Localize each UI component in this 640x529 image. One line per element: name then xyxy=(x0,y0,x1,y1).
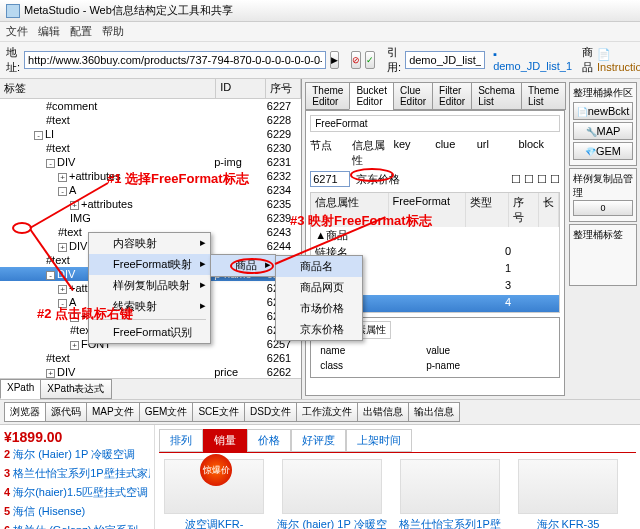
tree-row[interactable]: #text6261 xyxy=(0,351,301,365)
bottom-tabs: XPath XPath表达式 xyxy=(0,378,301,399)
right-pane: Theme Editor Bucket Editor Clue Editor F… xyxy=(302,79,640,399)
browser-main: 排列 销量 价格 好评度 上架时间 惊爆价波空调KFR-32GW/dLC7-13… xyxy=(155,425,640,529)
tree-row[interactable]: ++attributes6235 xyxy=(0,197,301,211)
map-button[interactable]: 🔧MAP xyxy=(573,122,633,140)
ranking-item[interactable]: 2海尔 (Haier) 1P 冷暖空调 xyxy=(4,445,150,464)
app-icon xyxy=(6,4,20,18)
sort-newest[interactable]: 上架时间 xyxy=(346,429,412,452)
refresh-button[interactable]: ✓ xyxy=(365,51,375,69)
ftab-output[interactable]: 输出信息 xyxy=(408,402,460,422)
browser-preview: ¥1899.00 2海尔 (Haier) 1P 冷暖空调3格兰仕怡宝系列1P壁挂… xyxy=(0,425,640,529)
ftab-gem[interactable]: GEM文件 xyxy=(139,402,194,422)
sample-button[interactable]: 0 xyxy=(573,200,633,216)
address-bar: 地址: ▶ ⊘ ✓ 引用: ▪ demo_JD_list_1 商品 📄 Inst… xyxy=(0,42,640,79)
context-menu: 内容映射 FreeFormat映射 商品 商品名 商品网页 市场价格 京东价格 … xyxy=(88,232,211,344)
ctx-freeformat-map[interactable]: FreeFormat映射 商品 商品名 商品网页 市场价格 京东价格 xyxy=(89,254,210,275)
featured-price: ¥1899.00 xyxy=(4,429,150,445)
new-bucket-button[interactable]: 📄newBckt xyxy=(573,102,633,120)
tree-row[interactable]: #text6228 xyxy=(0,113,301,127)
sort-tabs: 排列 销量 价格 好评度 上架时间 xyxy=(159,429,636,453)
ctx-content-map[interactable]: 内容映射 xyxy=(89,233,210,254)
tree-row[interactable]: ++attributes6232 xyxy=(0,169,301,183)
tree-row[interactable]: #text6230 xyxy=(0,141,301,155)
tree-row[interactable]: IMG6239 xyxy=(0,211,301,225)
browser-sidebar: ¥1899.00 2海尔 (Haier) 1P 冷暖空调3格兰仕怡宝系列1P壁挂… xyxy=(0,425,155,529)
sub-goods[interactable]: 商品 商品名 商品网页 市场价格 京东价格 xyxy=(211,255,275,276)
ctx-clue-map[interactable]: 线索映射 xyxy=(89,296,210,317)
tree-header: 标签 ID 序号 xyxy=(0,79,301,99)
address-input[interactable] xyxy=(24,51,326,69)
ftab-browser[interactable]: 浏览器 xyxy=(4,402,46,422)
ranking-item[interactable]: 6格兰仕 (Galanz) 怡宝系列 xyxy=(4,521,150,529)
tab-xpath[interactable]: XPath xyxy=(0,379,41,399)
menu-file[interactable]: 文件 xyxy=(6,24,28,39)
go-button[interactable]: ▶ xyxy=(330,51,339,69)
gem-button[interactable]: 💎GEM xyxy=(573,142,633,160)
stop-button[interactable]: ⊘ xyxy=(351,51,361,69)
product-card[interactable]: 海尔 KFR-35 xyxy=(513,459,623,529)
menu-config[interactable]: 配置 xyxy=(70,24,92,39)
side-panel: 整理桶操作区 📄newBckt 🔧MAP 💎GEM 样例复制品管理 0 整理桶标… xyxy=(565,82,637,396)
product-card[interactable]: 海尔 (haier) 1P 冷暖空调 KFR-23GW/03GCC12 白色送1… xyxy=(277,459,387,529)
sort-price[interactable]: 价格 xyxy=(247,429,291,452)
ref-label: 引用: xyxy=(387,45,401,75)
ff-header: 节点信息属性keyclueurlblock xyxy=(310,136,560,170)
tab-theme-editor[interactable]: Theme Editor xyxy=(305,82,350,110)
submenu-2: 商品名 商品网页 市场价格 京东价格 xyxy=(275,255,363,341)
freeformat-title: FreeFormat xyxy=(310,115,560,132)
menu-edit[interactable]: 编辑 xyxy=(38,24,60,39)
ftab-workflow[interactable]: 工作流文件 xyxy=(296,402,358,422)
window-title-bar: MetaStudio - Web信息结构定义工具和共享 xyxy=(0,0,640,22)
tab-schema-list[interactable]: Schema List xyxy=(471,82,522,110)
product-card[interactable]: 格兰仕怡宝系列1P壁挂式家用冷暖无波空调KFR-23GW/dLP7-130 (1… xyxy=(395,459,505,529)
submenu-1: 商品 商品名 商品网页 市场价格 京东价格 xyxy=(210,254,276,277)
sub-product-page[interactable]: 商品网页 xyxy=(276,277,362,298)
ctx-sample-map[interactable]: 样例复制品映射 xyxy=(89,275,210,296)
ff-row[interactable]: ▲商品 xyxy=(311,227,559,244)
ctx-ff-detect[interactable]: FreeFormat识别 xyxy=(89,322,210,343)
file-tabs: 浏览器 源代码 MAP文件 GEM文件 SCE文件 DSD文件 工作流文件 出错… xyxy=(0,399,640,425)
tab-bucket-editor[interactable]: Bucket Editor xyxy=(349,82,394,110)
tree-row[interactable]: #comment6227 xyxy=(0,99,301,113)
tab-clue-editor[interactable]: Clue Editor xyxy=(393,82,433,110)
sample-mgmt-box: 样例复制品管理 0 xyxy=(569,168,637,222)
tab-xpath-expr[interactable]: XPath表达式 xyxy=(40,379,111,399)
sort-sales[interactable]: 销量 xyxy=(203,429,247,452)
ranking-item[interactable]: 3格兰仕怡宝系列1P壁挂式家用冷 xyxy=(4,464,150,483)
ranking-item[interactable]: 4海尔(haier)1.5匹壁挂式空调 xyxy=(4,483,150,502)
goods-label: 商品 xyxy=(582,45,593,75)
tree-row[interactable]: +DIVprice6262 xyxy=(0,365,301,378)
tab-theme-list[interactable]: Theme List xyxy=(521,82,566,110)
tree-row[interactable]: -LI6229 xyxy=(0,127,301,141)
ftab-source[interactable]: 源代码 xyxy=(45,402,87,422)
menu-bar: 文件 编辑 配置 帮助 xyxy=(0,22,640,42)
menu-help[interactable]: 帮助 xyxy=(102,24,124,39)
product-card[interactable]: 惊爆价波空调KFR-32GW/dLC7-130(1再送100京豆!光波高效杀菌!… xyxy=(159,459,269,529)
bucket-tag-box: 整理桶标签 xyxy=(569,224,637,286)
bucket-ops-box: 整理桶操作区 📄newBckt 🔧MAP 💎GEM xyxy=(569,82,637,166)
tree-row[interactable]: -DIVp-img6231 xyxy=(0,155,301,169)
ftab-dsd[interactable]: DSD文件 xyxy=(244,402,297,422)
ref-input[interactable] xyxy=(405,51,485,69)
tab-filter-editor[interactable]: Filter Editor xyxy=(432,82,472,110)
ff-node-row: 京东价格 ☐ ☐ ☐ ☐ xyxy=(310,170,560,188)
ref-link[interactable]: ▪ demo_JD_list_1 xyxy=(493,48,572,72)
instruction-link[interactable]: 📄 Instruction xyxy=(597,48,640,73)
ftab-error[interactable]: 出错信息 xyxy=(357,402,409,422)
editor-tabs: Theme Editor Bucket Editor Clue Editor F… xyxy=(305,82,565,111)
tree-row[interactable]: -A6234 xyxy=(0,183,301,197)
sub-market-price[interactable]: 市场价格 xyxy=(276,298,362,319)
address-label: 地址: xyxy=(6,45,20,75)
ranking-item[interactable]: 5海信 (Hisense) xyxy=(4,502,150,521)
node-input[interactable] xyxy=(310,171,350,187)
bucket-editor-panel: FreeFormat 节点信息属性keyclueurlblock 京东价格 ☐ … xyxy=(305,111,565,396)
window-title: MetaStudio - Web信息结构定义工具和共享 xyxy=(24,3,233,18)
sub-jd-price[interactable]: 京东价格 xyxy=(276,319,362,340)
ftab-map[interactable]: MAP文件 xyxy=(86,402,140,422)
sub-product-name[interactable]: 商品名 xyxy=(276,256,362,277)
sort-default[interactable]: 排列 xyxy=(159,429,203,452)
sort-rating[interactable]: 好评度 xyxy=(291,429,346,452)
ftab-sce[interactable]: SCE文件 xyxy=(192,402,245,422)
